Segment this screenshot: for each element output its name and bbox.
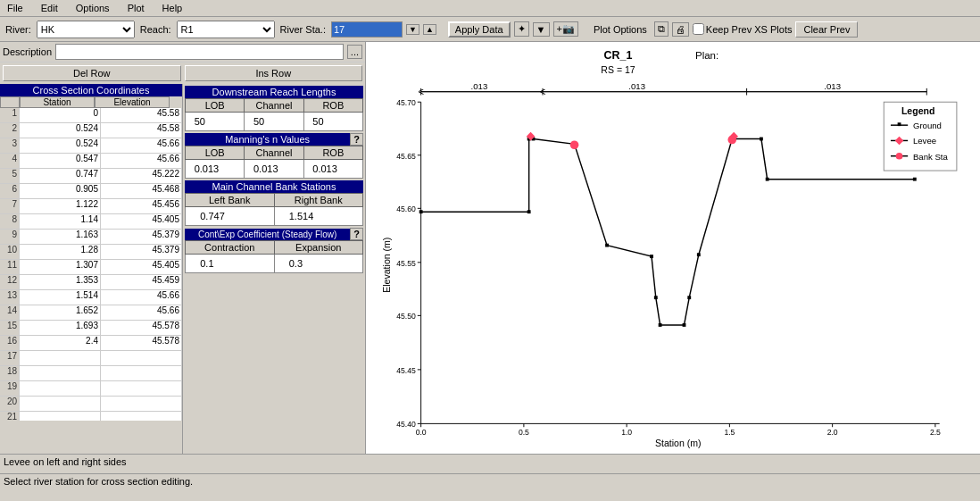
menu-options[interactable]: Options (72, 2, 113, 14)
row-station[interactable]: 1.693 (20, 321, 101, 336)
row-elevation[interactable]: 45.66 (101, 305, 182, 321)
reach-select[interactable]: R1 (177, 21, 275, 38)
ins-row-button[interactable]: Ins Row (185, 65, 363, 81)
row-station[interactable]: 0.905 (20, 184, 101, 199)
row-num: 6 (0, 184, 20, 199)
row-elevation[interactable]: 45.379 (101, 230, 182, 245)
row-elevation[interactable]: 45.58 (101, 108, 182, 123)
row-station[interactable] (20, 351, 101, 366)
row-station[interactable]: 1.14 (20, 214, 101, 230)
row-elevation[interactable]: 45.578 (101, 321, 182, 336)
row-station[interactable]: 1.28 (20, 245, 101, 260)
menu-file[interactable]: File (4, 2, 27, 14)
row-station[interactable]: 1.122 (20, 199, 101, 214)
row-station[interactable]: 2.4 (20, 336, 101, 351)
mannings-channel-input[interactable] (252, 161, 296, 177)
right-bank-input[interactable] (287, 208, 350, 224)
description-more-btn[interactable]: ... (347, 45, 362, 59)
row-elevation[interactable] (101, 366, 182, 381)
river-select[interactable]: HK (37, 21, 135, 38)
row-station[interactable] (20, 381, 101, 397)
row-num: 16 (0, 336, 20, 351)
row-elevation[interactable] (101, 412, 182, 421)
row-elevation[interactable]: 45.66 (101, 290, 182, 305)
del-row-button[interactable]: Del Row (3, 65, 181, 81)
mannings-channel-header: Channel (245, 146, 303, 160)
expansion-input[interactable] (287, 255, 350, 271)
apply-data-button[interactable]: Apply Data (448, 21, 511, 38)
point-11 (687, 296, 691, 299)
row-elevation[interactable]: 45.456 (101, 199, 182, 214)
row-station[interactable]: 0.524 (20, 123, 101, 138)
row-elevation[interactable]: 45.66 (101, 154, 182, 169)
row-elevation[interactable] (101, 351, 182, 366)
description-input[interactable] (55, 44, 344, 60)
row-elevation[interactable]: 45.58 (101, 123, 182, 138)
table-row: 17 (0, 351, 182, 366)
menu-help[interactable]: Help (159, 2, 187, 14)
row-elevation[interactable]: 45.379 (101, 245, 182, 260)
river-sta-input[interactable] (331, 21, 403, 38)
keep-prev-checkbox[interactable] (693, 23, 704, 35)
camera-icon-btn[interactable]: +📷 (553, 21, 578, 37)
point-16 (913, 178, 917, 181)
copy-icon-btn[interactable]: ⧉ (654, 21, 669, 37)
table-row: 16 2.4 45.578 (0, 336, 182, 351)
downstream-rob-input[interactable] (311, 113, 355, 129)
row-station[interactable]: 1.307 (20, 260, 101, 275)
row-elevation[interactable]: 45.66 (101, 138, 182, 154)
menu-plot[interactable]: Plot (124, 2, 148, 14)
row-elevation[interactable]: 45.459 (101, 275, 182, 290)
left-panel: Description ... Del Row Ins Row Cross Se… (0, 42, 366, 454)
col-station-header: Station (20, 96, 95, 108)
contraction-input[interactable] (198, 255, 261, 271)
row-elevation[interactable]: 45.405 (101, 260, 182, 275)
contraction-help-btn[interactable]: ? (350, 228, 363, 240)
mannings-rob-input[interactable] (311, 161, 355, 177)
row-station[interactable] (20, 397, 101, 412)
mannings-lob-input[interactable] (193, 161, 237, 177)
coords-body[interactable]: 1 0 45.58 2 0.524 45.58 3 0.524 45.66 4 … (0, 108, 182, 421)
row-station[interactable]: 1.514 (20, 290, 101, 305)
table-row: 15 1.693 45.578 (0, 321, 182, 336)
row-station[interactable]: 0.547 (20, 154, 101, 169)
row-station[interactable]: 0.747 (20, 169, 101, 184)
row-station[interactable] (20, 412, 101, 421)
svg-text:45.60: 45.60 (396, 205, 416, 213)
row-num: 21 (0, 412, 20, 421)
row-elevation[interactable] (101, 381, 182, 397)
river-sta-down[interactable]: ▼ (406, 24, 419, 35)
downstream-channel-input[interactable] (252, 113, 296, 129)
menu-edit[interactable]: Edit (37, 2, 62, 14)
y-axis-label: Elevation (m) (381, 238, 392, 293)
select-icon-btn[interactable]: ✦ (514, 21, 529, 37)
table-row: 11 1.307 45.405 (0, 260, 182, 275)
downstream-lob-input[interactable] (193, 113, 237, 129)
table-row: 5 0.747 45.222 (0, 169, 182, 184)
river-sta-up[interactable]: ▲ (423, 24, 436, 35)
row-elevation[interactable]: 45.222 (101, 169, 182, 184)
river-sta-label: River Sta.: (278, 24, 328, 35)
row-station[interactable]: 1.163 (20, 230, 101, 245)
point-14 (760, 138, 763, 141)
row-station[interactable]: 0.524 (20, 138, 101, 154)
left-bank-input[interactable] (198, 208, 261, 224)
row-num: 11 (0, 260, 20, 275)
svg-text:45.55: 45.55 (396, 259, 416, 268)
row-elevation[interactable]: 45.578 (101, 336, 182, 351)
row-station[interactable] (20, 366, 101, 381)
coords-section: Cross Section Coordinates Station Elevat… (0, 84, 183, 454)
row-station[interactable]: 1.652 (20, 305, 101, 321)
mannings-help-btn[interactable]: ? (350, 133, 363, 146)
dropdown-icon-btn[interactable]: ▼ (533, 22, 550, 37)
row-station[interactable]: 0 (20, 108, 101, 123)
row-elevation[interactable] (101, 397, 182, 412)
mannings-lob-header: LOB (186, 146, 245, 160)
row-elevation[interactable]: 45.468 (101, 184, 182, 199)
downstream-table: LOB Channel ROB (185, 98, 363, 131)
print-icon-btn[interactable]: 🖨 (672, 22, 689, 37)
plot-options-button[interactable]: Plot Options (590, 22, 651, 37)
clear-prev-button[interactable]: Clear Prev (795, 21, 858, 38)
row-elevation[interactable]: 45.405 (101, 214, 182, 230)
row-station[interactable]: 1.353 (20, 275, 101, 290)
